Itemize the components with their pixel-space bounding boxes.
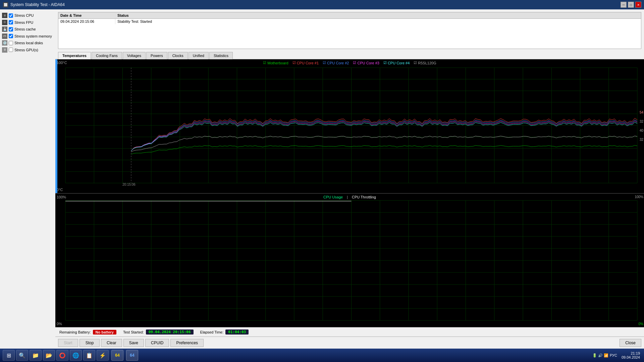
save-button[interactable]: Save: [123, 339, 144, 347]
taskbar-lightning-button[interactable]: ⚡: [97, 350, 109, 361]
test-started-status: Test Started: 09.04.2024 20:15:06: [123, 329, 194, 335]
legend-cpu1: ☑ CPU Core #1: [292, 61, 319, 65]
cpu1-check: ☑: [292, 61, 296, 65]
tab-clocks[interactable]: Clocks: [168, 52, 188, 59]
elapsed-status: Elapsed Time: 01:04:03: [200, 329, 249, 335]
cpu-canvas: [55, 194, 644, 327]
stress-fpu-checkbox[interactable]: [9, 20, 13, 24]
sidebar: 🖥 Stress CPU ⚙ Stress FPU 💾 Stress cache…: [0, 9, 55, 349]
taskbar-system-tray: 🔋 🔊 📶: [592, 353, 608, 358]
charts-area: ☑ Motherboard ☑ CPU Core #1 ☑ CPU Core #…: [55, 59, 644, 327]
r5sl-label: R5SL120G: [418, 61, 436, 65]
cache-icon: 💾: [2, 26, 7, 32]
stress-memory-label: Stress system memory: [14, 34, 52, 39]
legend-r5sl: ☑ R5SL120G: [414, 61, 436, 65]
blue-indicator: [55, 59, 57, 193]
taskbar-search-button[interactable]: 🔍: [16, 350, 28, 361]
taskbar-system-icons: 🔋 🔊 📶 РУС: [592, 353, 617, 358]
stress-cpu-label: Stress CPU: [14, 13, 34, 18]
taskbar-aida64-button[interactable]: 64: [111, 350, 123, 361]
taskbar-aida64-2-button[interactable]: 64: [126, 350, 138, 361]
test-started-value: 09.04.2024 20:15:06: [146, 329, 194, 335]
temp-canvas: [55, 59, 644, 193]
fpu-icon: ⚙: [2, 20, 7, 25]
button-bar: Start Stop Clear Save CPUID Preferences …: [55, 337, 644, 349]
stress-gpu-checkbox[interactable]: [9, 48, 13, 52]
taskbar-notes-button[interactable]: 📋: [83, 350, 95, 361]
preferences-button[interactable]: Preferences: [170, 339, 204, 347]
taskbar-globe-button[interactable]: 🌐: [70, 350, 82, 361]
legend-cpu3: ☑ CPU Core #3: [353, 61, 379, 65]
tabs-bar: Temperatures Cooling Fans Voltages Power…: [55, 52, 644, 59]
taskbar-file-button[interactable]: 📁: [30, 350, 42, 361]
log-col-status: Status: [115, 12, 641, 18]
cpu3-label: CPU Core #3: [357, 61, 379, 65]
cpu-y-bottom: 0%: [57, 322, 62, 326]
start-button[interactable]: Start: [58, 339, 78, 347]
stress-cache-label: Stress cache: [14, 26, 36, 32]
temperature-chart: ☑ Motherboard ☑ CPU Core #1 ☑ CPU Core #…: [55, 59, 644, 194]
cpuid-button[interactable]: CPUID: [145, 339, 169, 347]
log-col-datetime: Date & Time: [58, 12, 115, 18]
main-window: 🖥 Stress CPU ⚙ Stress FPU 💾 Stress cache…: [0, 9, 644, 349]
close-button[interactable]: ✕: [635, 2, 641, 8]
taskbar-folder-button[interactable]: 📂: [43, 350, 55, 361]
tab-powers[interactable]: Powers: [146, 52, 167, 59]
temp-val-3: 40: [640, 129, 643, 132]
minimize-button[interactable]: ─: [621, 2, 627, 8]
temp-right-values: 54 32 40 32: [640, 111, 643, 141]
stress-disks-label: Stress local disks: [14, 40, 43, 46]
taskbar-browser-button[interactable]: ⭕: [56, 350, 68, 361]
stress-gpu-label: Stress GPU(s): [14, 47, 38, 53]
tab-voltages[interactable]: Voltages: [123, 52, 146, 59]
sidebar-item-stress-cache[interactable]: 💾 Stress cache: [1, 26, 54, 33]
taskbar-time-display: 21:19: [622, 351, 640, 355]
sidebar-item-stress-memory[interactable]: 🗃 Stress system memory: [1, 33, 54, 40]
title-bar-left: 🔲 System Stability Test - AIDA64: [3, 2, 65, 7]
log-datetime: 09.04.2024 20:15:06: [58, 19, 115, 24]
tab-unified[interactable]: Unified: [189, 52, 209, 59]
cpu2-label: CPU Core #2: [327, 61, 349, 65]
stress-disks-checkbox[interactable]: [9, 41, 13, 45]
taskbar-clock: 21:19 09.04.2024: [622, 351, 640, 359]
temp-y-top: 100°C: [57, 61, 67, 65]
sidebar-item-stress-disks[interactable]: 💿 Stress local disks: [1, 40, 54, 47]
taskbar-start-button[interactable]: ⊞: [3, 350, 15, 361]
clear-button[interactable]: Clear: [101, 339, 122, 347]
sidebar-item-stress-cpu[interactable]: 🖥 Stress CPU: [1, 12, 54, 19]
temp-val-2: 32: [640, 120, 643, 123]
legend-motherboard: ☑ Motherboard: [263, 61, 288, 65]
disk-icon: 💿: [2, 40, 7, 46]
stress-memory-checkbox[interactable]: [9, 34, 13, 38]
cpu-throttle-label: CPU Throttling: [352, 195, 376, 199]
cpu-chart: CPU Usage | CPU Throttling 100% 0% 100% …: [55, 194, 644, 327]
elapsed-label: Elapsed Time:: [200, 330, 224, 334]
stop-button[interactable]: Stop: [79, 339, 100, 347]
temp-val-4: 32: [640, 138, 643, 141]
close-button[interactable]: Close: [620, 339, 641, 347]
stress-cpu-checkbox[interactable]: [9, 13, 13, 18]
tab-temperatures[interactable]: Temperatures: [58, 52, 91, 59]
cpu-y-top: 100%: [57, 195, 66, 199]
cpu-chart-legend: CPU Usage | CPU Throttling: [323, 195, 376, 199]
sidebar-item-stress-gpu[interactable]: 🖥 Stress GPU(s): [1, 47, 54, 54]
battery-status: Remaining Battery: No battery: [59, 330, 116, 335]
r5sl-check: ☑: [414, 61, 417, 65]
tab-cooling-fans[interactable]: Cooling Fans: [92, 52, 122, 59]
memory-icon: 🗃: [2, 34, 7, 39]
title-bar-controls[interactable]: ─ □ ✕: [621, 2, 641, 8]
app-icon: 🔲: [3, 2, 8, 7]
log-status: Stability Test: Started: [115, 19, 641, 24]
temp-chart-legend: ☑ Motherboard ☑ CPU Core #1 ☑ CPU Core #…: [263, 61, 436, 65]
temp-y-bottom: 0°C: [57, 188, 63, 192]
stress-cache-checkbox[interactable]: [9, 27, 13, 32]
log-header: Date & Time Status: [58, 12, 641, 19]
cpu3-check: ☑: [353, 61, 356, 65]
taskbar-lang: РУС: [610, 353, 617, 357]
battery-badge: No battery: [93, 330, 116, 335]
content-area: Date & Time Status 09.04.2024 20:15:06 S…: [55, 9, 644, 349]
taskbar-date-display: 09.04.2024: [622, 355, 640, 359]
sidebar-item-stress-fpu[interactable]: ⚙ Stress FPU: [1, 19, 54, 26]
maximize-button[interactable]: □: [628, 2, 634, 8]
tab-statistics[interactable]: Statistics: [209, 52, 233, 59]
